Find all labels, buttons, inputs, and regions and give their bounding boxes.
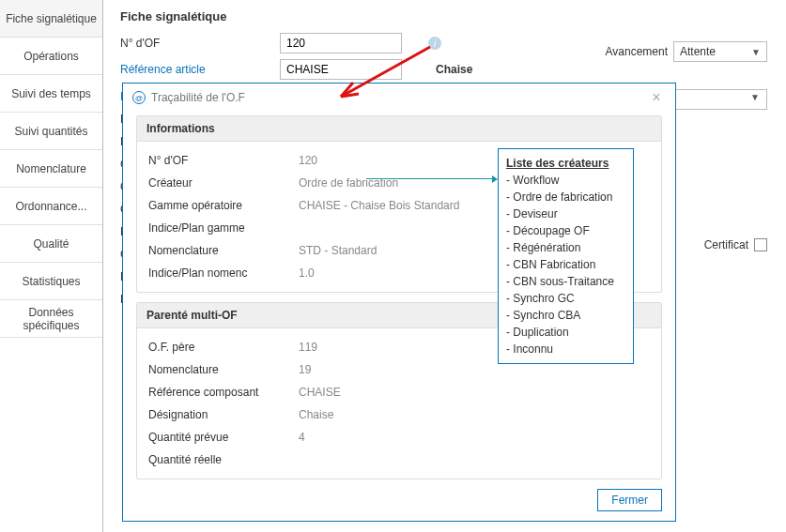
ref-article-desc: Chaise [436,63,472,76]
creators-title: Liste des créateurs [506,155,625,172]
info-row-value: STD - Standard [299,244,377,257]
tab-nomenclature[interactable]: Nomenclature [0,150,102,188]
section-title: Fiche signalétique [120,9,769,23]
parente-row-label: Nomenclature [148,363,299,376]
parente-row-label: Référence composant [148,386,299,399]
info-row-label: Indice/Plan nomenc [148,266,299,280]
creators-item: - CBN Fabrication [506,256,625,273]
creators-item: - Régénération [506,239,625,256]
avancement-value: Attente [680,45,716,58]
certificat-label: Certificat [704,238,748,251]
avancement-label: Avancement [606,45,669,58]
creators-item: - Synchro GC [506,290,625,307]
tab-qualite[interactable]: Qualité [0,225,102,263]
creators-annotation-box: Liste des créateurs - Workflow - Ordre d… [498,148,634,364]
ref-article-input[interactable] [280,59,402,80]
tab-operations[interactable]: Opérations [0,38,102,75]
parente-row-value: 4 [299,431,305,444]
ref-article-link[interactable]: Référence article [120,63,280,76]
info-row-value: 120 [299,154,317,167]
avancement-select[interactable]: Attente ▼ [673,41,767,62]
creators-item: - Deviseur [506,205,625,222]
panel-informations-header: Informations [137,116,661,142]
info-row-value: 1.0 [299,266,315,280]
info-row-label: Créateur [148,176,299,190]
info-row-value: CHAISE - Chaise Bois Standard [299,199,459,212]
creators-item: - Découpage OF [506,222,625,239]
creators-item: - CBN sous-Traitance [506,273,625,290]
of-input[interactable] [280,33,402,53]
parente-row-value: CHAISE [299,386,341,399]
creators-item: - Duplication [506,324,625,341]
tab-donnees[interactable]: Données spécifiques [0,300,102,338]
creators-item: - Inconnu [506,341,625,357]
creators-item: - Ordre de fabrication [506,189,625,205]
creators-item: - Synchro CBA [506,307,625,324]
annotation-arrow-createur [366,178,496,179]
creators-item: - Workflow [506,172,625,189]
tab-suivi-quantites[interactable]: Suivi quantités [0,113,102,150]
of-label: N° d'OF [120,37,280,50]
modal-title: Traçabilité de l'O.F [151,91,245,104]
info-row-label: Indice/Plan gamme [148,221,299,235]
info-row-label: Nomenclature [148,244,299,257]
parente-row-value: 19 [299,363,311,376]
parente-row-label: Désignation [148,408,299,421]
tab-suivi-temps[interactable]: Suivi des temps [0,75,102,113]
chevron-down-icon: ▼ [750,92,760,102]
fermer-button[interactable]: Fermer [597,489,662,511]
parente-row-label: Quantité prévue [148,431,299,444]
parente-row-label: Quantité réelle [148,453,299,466]
info-row-label: Gamme opératoire [148,199,299,212]
parente-row-label: O.F. père [148,341,299,354]
parente-row-value: Chaise [299,408,333,421]
parente-row-value: 119 [299,341,317,354]
info-icon[interactable]: i [428,37,441,50]
tab-statistiques[interactable]: Statistiques [0,263,102,300]
tab-fiche[interactable]: Fiche signalétique [0,0,102,38]
side-tab-bar: Fiche signalétique Opérations Suivi des … [0,0,103,532]
modal-close-button[interactable]: × [647,88,666,107]
chevron-down-icon: ▼ [751,47,761,57]
certificat-checkbox[interactable] [754,238,767,251]
modal-icon: @ [132,91,146,104]
tab-ordonnance[interactable]: Ordonnance... [0,188,102,225]
info-row-label: N° d'OF [148,154,299,167]
